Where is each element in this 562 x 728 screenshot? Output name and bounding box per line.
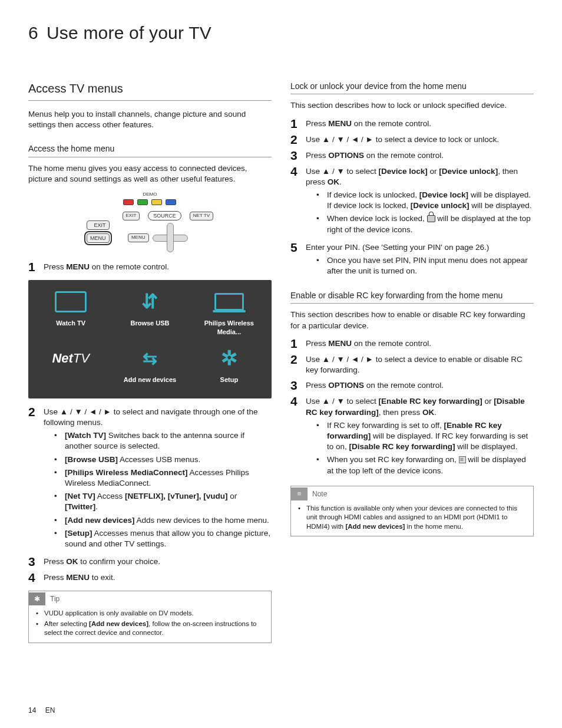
subhead-rc-forwarding: Enable or disable RC key forwarding from… [290, 290, 534, 304]
menu-item-wireless-mediaconnect: [Philips Wireless MediaConnect] Accesses… [54, 467, 272, 489]
chapter-title-text: Use more of your TV [47, 23, 211, 42]
laptop-icon [214, 293, 244, 311]
usb-icon: ⇵ [141, 288, 158, 315]
section-access-tv-menus: Access TV menus [28, 81, 272, 101]
remote-red-button [123, 199, 134, 205]
rc-bullet: If RC key forwarding is set to off, [Ena… [316, 420, 534, 453]
nettv-logo: NetTV [52, 350, 90, 367]
tv-cell-wireless-media: Philips Wireless Media... [195, 288, 263, 337]
home-menu-screenshot: Watch TV ⇵ Browse USB Philips Wireless M… [28, 280, 272, 398]
rc-forward-icon [459, 456, 466, 463]
tip-box: ✱ Tip VUDU application is only available… [28, 591, 272, 643]
left-column: Access TV menus Menus help you to instal… [28, 81, 272, 649]
menu-item-nettv: [Net TV] Access [NETFLIX], [vTuner], [vu… [54, 491, 272, 512]
gear-icon: ✲ [221, 345, 237, 372]
menu-item-browse-usb: [Browse USB] Accesses USB menus. [54, 454, 272, 465]
tv-icon [55, 291, 87, 312]
remote-green-button [137, 199, 148, 205]
remote-blue-button [166, 199, 176, 205]
subhead-access-home-menu: Access the home menu [28, 143, 272, 157]
lock-step-4: 4 Use ▲ / ▼ to select [Device lock] or [… [290, 165, 534, 238]
step-4: 4 Press MENU to exit. [28, 571, 272, 584]
menu-item-add-devices: [Add new devices] Adds new devices to th… [54, 515, 272, 526]
pin-bullet: Once you have set PIN, PIN input menu do… [316, 255, 534, 276]
menu-item-watch-tv: [Watch TV] Switches back to the antenna … [54, 430, 272, 452]
rc-step-1: 1Press MENU on the remote control. [290, 337, 534, 350]
note-label: Note [312, 489, 327, 499]
note-item: This function is available only when you… [298, 504, 528, 532]
step-3: 3 Press OK to confirm your choice. [28, 555, 272, 568]
step-number: 4 [28, 571, 44, 584]
step-number: 1 [28, 261, 44, 273]
remote-yellow-button [151, 199, 162, 205]
tv-cell-add-devices: ⇆ Add new devices [115, 345, 184, 384]
tv-cell-nettv: NetTV [37, 345, 105, 384]
rc-step-2: 2Use ▲ / ▼ / ◄ / ► to select a device to… [290, 353, 534, 375]
remote-diagram: DEMO EXIT MENU EXIT SOURCE NE [28, 190, 272, 255]
lock-icon [427, 215, 435, 222]
tv-cell-browse-usb: ⇵ Browse USB [115, 288, 184, 337]
remote-nettv-btn: NET TV [190, 212, 213, 220]
tv-cell-watch-tv: Watch TV [37, 288, 105, 337]
tip-item: After selecting [Add new devices], follo… [36, 620, 266, 638]
tip-item: VUDU application is only available on DV… [36, 609, 266, 618]
rc-bullet: When you set RC key forwarding on, will … [316, 454, 534, 476]
lock-step-1: 1Press MENU on the remote control. [290, 117, 534, 130]
remote-dpad [153, 223, 188, 252]
lock-step-2: 2Use ▲ / ▼ / ◄ / ► to select a device to… [290, 133, 534, 146]
rc-lead: This section describes how to enable or … [290, 309, 534, 331]
remote-source-btn: SOURCE [148, 211, 181, 220]
remote-menu-btn: MENU [128, 233, 149, 242]
lock-step-5: 5 Enter your PIN. (See 'Setting your PIN… [290, 241, 534, 279]
menu-item-setup: [Setup] Accesses menus that allow you to… [54, 528, 272, 549]
chapter-number: 6 [28, 23, 38, 42]
lock-step-3: 3Press OPTIONS on the remote control. [290, 149, 534, 162]
lock-bullet: When device lock is locked, will be disp… [316, 213, 534, 235]
chapter-title: 6Use more of your TV [28, 21, 534, 45]
add-devices-icon: ⇆ [143, 347, 157, 371]
section-intro: Menus help you to install channels, chan… [28, 109, 272, 130]
tip-label: Tip [50, 594, 59, 604]
right-column: Lock or unlock your device from the home… [290, 81, 534, 649]
remote-exit-btn: EXIT [123, 212, 140, 220]
rc-step-4: 4 Use ▲ / ▼ to select [Enable RC key for… [290, 395, 534, 479]
step-number: 3 [28, 555, 44, 568]
remote-menu-label: MENU [87, 233, 110, 243]
lock-lead: This section describes how to lock or un… [290, 100, 534, 111]
step-number: 2 [28, 406, 44, 552]
remote-exit-label: EXIT [87, 220, 110, 230]
note-icon: ≡ [291, 487, 308, 500]
step-2: 2 Use ▲ / ▼ / ◄ / ► to select and naviga… [28, 406, 272, 552]
home-menu-lead: The home menu gives you easy access to c… [28, 163, 272, 185]
subhead-lock-unlock: Lock or unlock your device from the home… [290, 81, 534, 95]
lock-bullet: If device lock is unlocked, [Device lock… [316, 190, 534, 211]
note-box: ≡ Note This function is available only w… [290, 486, 534, 537]
step-1: 1 Press MENU on the remote control. [28, 261, 272, 273]
tip-icon: ✱ [29, 592, 45, 605]
remote-demo-label: DEMO [143, 192, 157, 198]
rc-step-3: 3Press OPTIONS on the remote control. [290, 379, 534, 391]
tv-cell-setup: ✲ Setup [195, 345, 263, 384]
